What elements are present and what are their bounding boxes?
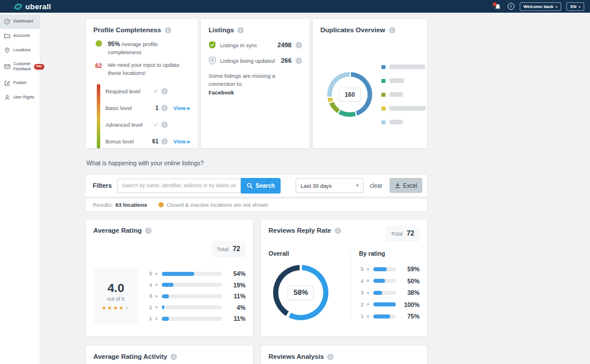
info-icon[interactable]: i <box>145 227 152 234</box>
sidebar-item-user-rights[interactable]: User Rights <box>0 90 40 105</box>
total-label: Total <box>391 230 403 237</box>
sidebar-item-accounts[interactable]: Accounts <box>0 29 40 43</box>
ratings-cards-row: Average Rating i Total 72 4.0 out of 5 ★… <box>85 219 428 337</box>
bar-fill <box>162 272 194 276</box>
reviews-analysis-card: Reviews Analysis i <box>260 345 428 364</box>
card-title: Reviews Reply Rate <box>268 227 331 234</box>
info-icon[interactable]: i <box>161 122 168 128</box>
filters-bar: Filters Search Last 30 days ▾ clear Exce… <box>85 174 428 197</box>
card-title: Reviews Analysis <box>268 353 324 360</box>
clear-filters-link[interactable]: clear <box>370 183 383 189</box>
bar-track <box>162 272 222 276</box>
bar-track <box>373 314 396 318</box>
bar-percent: 59% <box>400 266 419 272</box>
excel-export-button[interactable]: Excel <box>389 178 422 193</box>
bar-fill <box>373 267 387 271</box>
average-score-box: 4.0 out of 5 ★★★★★ <box>93 268 138 324</box>
info-icon[interactable]: i <box>161 105 168 111</box>
welcome-back-dropdown[interactable]: Welcome back ▴ <box>520 2 562 11</box>
info-icon[interactable]: i <box>237 27 244 33</box>
rating-bar-row: 1★11% <box>148 313 245 324</box>
level-label: Required level <box>105 88 149 94</box>
results-strip: Results: 63 locations Closed & inactive … <box>85 198 428 211</box>
sidebar-item-label: Locations <box>13 48 38 53</box>
bar-percent: 11% <box>226 315 245 322</box>
completeness-gradient-bar <box>97 84 100 149</box>
reply-rate-by-rating-chart: 5★59%4★50%3★38%2★100%1★75% <box>359 264 419 321</box>
date-range-value: Last 30 days <box>301 183 332 189</box>
info-icon[interactable]: i <box>296 58 302 64</box>
info-icon[interactable]: i <box>165 27 171 33</box>
search-icon <box>247 183 253 189</box>
legend-placeholder-bar <box>389 92 403 97</box>
sidebar-item-publish[interactable]: Publish <box>0 76 40 90</box>
level-label: Advanced level <box>105 122 149 128</box>
info-icon[interactable]: i <box>161 88 168 94</box>
customer-feedback-icon <box>4 63 10 70</box>
info-icon[interactable]: i <box>171 354 177 360</box>
sidebar-item-locations[interactable]: Locations <box>0 43 40 58</box>
duplicates-donut-chart: 160 <box>327 72 372 117</box>
rating-bar-row: 4★19% <box>148 280 245 290</box>
uberall-logo[interactable]: uberall <box>14 2 51 11</box>
bar-percent: 38% <box>400 289 419 296</box>
info-icon[interactable]: i <box>327 354 334 360</box>
legend-row <box>381 88 426 101</box>
total-value: 72 <box>407 229 414 237</box>
search-button[interactable]: Search <box>241 178 281 194</box>
user-rights-icon <box>4 94 10 101</box>
total-badge: Total 72 <box>212 241 245 256</box>
star-count-label: 4 <box>359 278 364 284</box>
search-button-label: Search <box>256 183 275 189</box>
duplicates-overview-card: Duplicates Overview i 160 <box>312 18 428 149</box>
bar-fill <box>162 283 173 287</box>
bar-track <box>162 317 222 321</box>
bottom-cards-row: Average Rating Activity i Reviews Analys… <box>85 345 428 364</box>
legend-row <box>381 74 426 88</box>
sidebar-item-dashboard[interactable]: Dashboard <box>0 14 40 29</box>
rating-bar-row: 5★54% <box>148 268 245 279</box>
rating-bar-row: 4★50% <box>359 276 419 286</box>
search-input[interactable] <box>117 179 240 193</box>
legend-row <box>381 115 426 129</box>
star-icon: ★ <box>119 305 124 311</box>
info-icon[interactable]: i <box>296 42 302 48</box>
bar-track <box>373 279 396 283</box>
info-icon[interactable]: i <box>161 138 168 145</box>
legend-row <box>381 101 426 115</box>
bar-percent: 50% <box>400 278 419 285</box>
star-count-label: 1 <box>359 313 364 319</box>
dashboard-icon <box>4 18 10 25</box>
profile-completeness-card: Profile Completeness i 95% Average profi… <box>85 18 198 149</box>
view-link[interactable]: View ▸ <box>173 138 190 145</box>
info-icon[interactable]: i <box>389 27 395 33</box>
star-icon: ★ <box>366 267 370 272</box>
missing-connection-note: Some listings are missing a connection t… <box>209 72 302 89</box>
listings-row-value: 266 <box>281 57 292 64</box>
results-count: 63 locations <box>115 202 147 208</box>
star-icon: ★ <box>366 278 370 283</box>
star-icon: ★ <box>154 305 158 310</box>
star-icon: ★ <box>366 290 370 295</box>
reviews-reply-rate-card: Reviews Reply Rate i Total 72 Overall 58… <box>260 219 428 337</box>
notifications-bell-icon[interactable] <box>494 3 502 10</box>
sidebar-item-customer-feedback[interactable]: Customer FeedbackPRO <box>0 58 40 76</box>
star-icon: ★ <box>124 305 130 311</box>
listings-in-sync-row: Listings in sync 2498 i <box>209 41 302 49</box>
card-title: Duplicates Overview <box>320 26 385 33</box>
section-question: What is happening with your online listi… <box>86 160 428 166</box>
date-range-select[interactable]: Last 30 days ▾ <box>296 178 364 193</box>
star-count-label: 1 <box>148 316 152 321</box>
info-icon[interactable]: i <box>335 227 341 234</box>
bar-fill <box>373 302 396 306</box>
help-icon[interactable]: ? <box>508 3 515 10</box>
language-dropdown[interactable]: EN ▴ <box>566 2 584 11</box>
sidebar: DashboardAccountsLocationsCustomer Feedb… <box>0 13 40 364</box>
view-link[interactable]: View ▸ <box>173 105 190 111</box>
bar-percent: 11% <box>226 293 245 299</box>
sidebar-item-label: Dashboard <box>13 19 38 24</box>
legend-placeholder-bar <box>389 78 404 83</box>
check-icon: ✓ <box>149 122 158 128</box>
rating-bar-row: 3★11% <box>148 291 245 301</box>
bar-fill <box>162 305 164 309</box>
